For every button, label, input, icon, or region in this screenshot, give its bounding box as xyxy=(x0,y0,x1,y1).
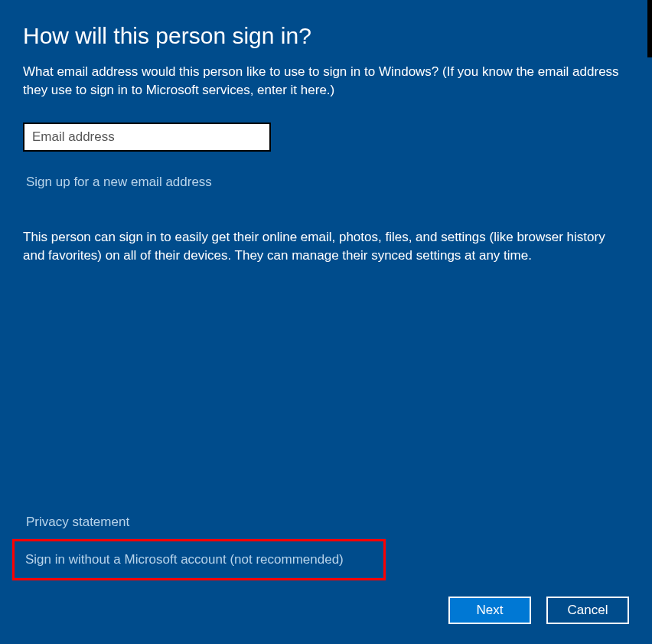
page-subtitle: What email address would this person lik… xyxy=(23,63,628,100)
signup-new-email-link[interactable]: Sign up for a new email address xyxy=(26,175,212,190)
cancel-button[interactable]: Cancel xyxy=(546,597,629,624)
signin-without-account-link[interactable]: Sign in without a Microsoft account (not… xyxy=(25,552,344,567)
next-button[interactable]: Next xyxy=(448,597,531,624)
privacy-statement-link[interactable]: Privacy statement xyxy=(26,515,129,529)
signin-without-account-highlight: Sign in without a Microsoft account (not… xyxy=(12,539,386,580)
page-title: How will this person sign in? xyxy=(23,23,629,49)
sync-description: This person can sign in to easily get th… xyxy=(23,228,628,266)
email-input[interactable] xyxy=(23,123,271,152)
scrollbar-indicator xyxy=(647,0,652,57)
